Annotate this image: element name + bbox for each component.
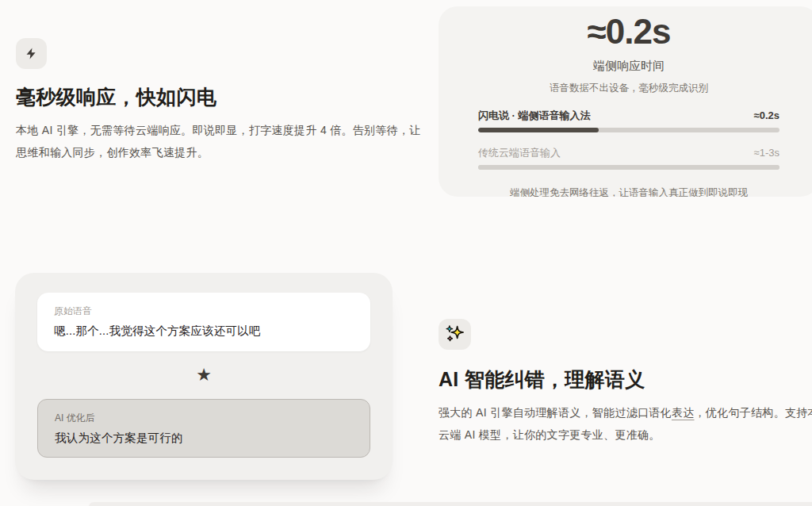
ai-body-line-1-pre: 强大的 AI 引擎自动理解语义，智能过滤口语化 [439,406,672,419]
latency-value: ≈0.2s [478,11,779,52]
latency-bar-row-shandianshuo: 闪电说 · 端侧语音输入法 ≈0.2s [478,109,779,132]
latency-comparison-chart: 闪电说 · 端侧语音输入法 ≈0.2s 传统云端语音输入 ≈1-3s [478,109,779,170]
speed-body-line-1: 本地 AI 引擎，无需等待云端响应。即说即显，打字速度提升 4 倍。告别等待，让 [16,124,421,136]
ai-body-line-2: 云端 AI 模型，让你的文字更专业、更准确。 [439,428,661,441]
original-speech-label: 原始语音 [54,305,354,318]
bar-value: ≈1-3s [754,146,779,160]
bar-track [478,165,779,170]
speed-feature-body: 本地 AI 引擎，无需等待云端响应。即说即显，打字速度提升 4 倍。告别等待，让… [16,120,403,163]
lightning-bolt-icon [25,47,38,60]
optimized-speech-label: AI 优化后 [55,412,353,425]
ai-body-line-1-post: ，优化句子结构。支持本地和 [695,406,812,419]
bar-fill [478,165,779,170]
ai-feature-heading: AI 智能纠错，理解语义 [439,366,812,392]
ai-body-line-1: 强大的 AI 引擎自动理解语义，智能过滤口语化表达，优化句子结构。支持本地和 [439,406,812,419]
speed-feature-section: 毫秒级响应，快如闪电 本地 AI 引擎，无需等待云端响应。即说即显，打字速度提升… [16,38,403,163]
bar-fill [478,128,599,132]
latency-subtitle: 语音数据不出设备，毫秒级完成识别 [478,82,779,95]
ai-feature-section: AI 智能纠错，理解语义 强大的 AI 引擎自动理解语义，智能过滤口语化表达，优… [439,319,812,446]
next-section-card-edge [89,502,812,506]
original-speech-box: 原始语音 嗯...那个...我觉得这个方案应该还可以吧 [37,293,370,351]
optimized-speech-text: 我认为这个方案是可行的 [55,430,353,447]
ai-comparison-card: 原始语音 嗯...那个...我觉得这个方案应该还可以吧 ★ AI 优化后 我认为… [15,273,393,480]
bar-label: 闪电说 · 端侧语音输入法 [478,109,591,123]
sparkles-icon [444,324,465,345]
latency-label: 端侧响应时间 [478,58,779,74]
optimized-speech-box: AI 优化后 我认为这个方案是可行的 [37,399,370,458]
latency-footnote: 端侧处理免去网络往返，让语音输入真正做到即说即现 [478,186,779,197]
transform-star-row: ★ [37,351,370,399]
ai-feature-body: 强大的 AI 引擎自动理解语义，智能过滤口语化表达，优化句子结构。支持本地和 云… [439,402,812,446]
speed-body-line-2: 思维和输入同步，创作效率飞速提升。 [16,146,209,159]
bar-label: 传统云端语音输入 [478,146,561,160]
bar-value: ≈0.2s [754,109,779,123]
latency-card: ≈0.2s 端侧响应时间 语音数据不出设备，毫秒级完成识别 闪电说 · 端侧语音… [439,6,812,197]
lightning-icon-tile [16,38,47,69]
latency-bar-row-cloud: 传统云端语音输入 ≈1-3s [478,146,779,170]
speed-feature-heading: 毫秒级响应，快如闪电 [16,84,403,109]
bar-track [478,128,779,132]
glossary-term-biaoda[interactable]: 表达 [672,406,695,419]
sparkles-icon-tile [439,319,471,350]
star-icon: ★ [196,365,212,385]
original-speech-text: 嗯...那个...我觉得这个方案应该还可以吧 [54,323,354,339]
